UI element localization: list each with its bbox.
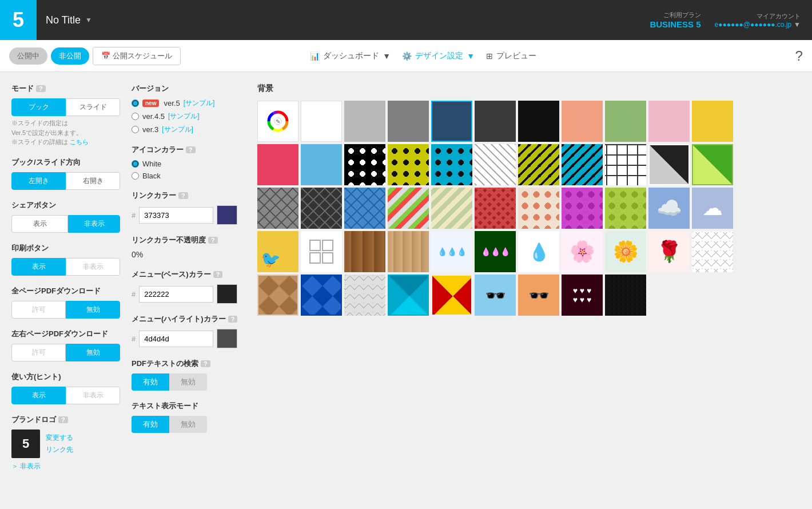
swatch-dark-gray2[interactable] [475, 101, 516, 142]
dashboard-button[interactable]: 📊 ダッシュボード ▼ [310, 51, 391, 61]
brand-hide-link[interactable]: ＞ 非表示 [11, 462, 41, 470]
swatch-diamond-blue[interactable] [344, 188, 385, 229]
ver45-radio[interactable] [132, 113, 139, 120]
swatch-cross-bw[interactable] [605, 144, 646, 185]
swatch-drop-pink[interactable]: 💧 [518, 231, 559, 272]
pdf-search-on-button[interactable]: 有効 [132, 373, 169, 391]
swatch-diamond-brown[interactable] [257, 275, 298, 316]
swatch-plaid-red[interactable] [475, 188, 516, 229]
swatch-circles-cyan[interactable] [431, 144, 472, 185]
swatch-pink[interactable] [648, 101, 690, 142]
ver5-option[interactable]: new ver.5 [サンプル] [132, 98, 246, 108]
black-option[interactable]: Black [132, 172, 246, 180]
swatch-wood-light[interactable] [388, 231, 429, 272]
swatch-diamond-dark[interactable] [301, 188, 342, 229]
swatch-drops-green[interactable]: 💧💧💧 [475, 231, 516, 272]
swatch-drops-blue[interactable]: 💧💧💧 [431, 231, 472, 272]
schedule-button[interactable]: 📅 公開スケジュール [93, 47, 181, 65]
pdf-lr-deny-button[interactable]: 無効 [66, 344, 120, 361]
pdf-search-help-badge[interactable]: ? [201, 360, 210, 367]
icon-color-help-badge[interactable]: ? [186, 146, 196, 153]
swatch-black-texture[interactable] [605, 275, 646, 316]
hint-hide-button[interactable]: 非表示 [66, 387, 120, 404]
share-show-button[interactable]: 表示 [11, 215, 68, 233]
text-mode-on-button[interactable]: 有効 [132, 416, 169, 433]
swatch-zigzag-gray[interactable] [475, 144, 516, 185]
help-button[interactable]: ? [795, 48, 803, 64]
left-open-button[interactable]: 左開き [11, 172, 66, 190]
menu-highlight-input[interactable]: 4d4d4d [139, 331, 213, 347]
swatch-sky-blue[interactable] [301, 144, 342, 185]
pdf-lr-allow-button[interactable]: 許可 [11, 344, 66, 361]
swatch-geometric-color[interactable] [431, 275, 472, 316]
swatch-wood-brown[interactable] [344, 231, 385, 272]
link-color-input[interactable]: 373373 [139, 207, 213, 224]
preview-button[interactable]: ⊞ プレビュー [486, 51, 536, 61]
swatch-color-picker[interactable]: ✎ [257, 101, 298, 142]
ver5-radio[interactable] [132, 100, 139, 107]
swatch-stripe-color[interactable] [388, 188, 429, 229]
swatch-triangle-bw[interactable] [648, 144, 690, 185]
pdf-allow-button[interactable]: 許可 [11, 301, 66, 319]
book-mode-button[interactable]: ブック [11, 98, 66, 116]
ver3-sample[interactable]: [サンプル] [162, 125, 193, 134]
share-hide-button[interactable]: 非表示 [68, 215, 120, 233]
swatch-flower-teal[interactable]: 🌼 [605, 231, 646, 272]
publish-button[interactable]: 公開中 [9, 47, 47, 65]
brand-help-badge[interactable]: ? [58, 416, 68, 423]
swatch-cloud-white[interactable]: ☁️ [648, 188, 690, 229]
brand-change-link[interactable]: 変更する [46, 433, 73, 443]
white-option[interactable]: White [132, 160, 246, 168]
ver5-sample[interactable]: [サンプル] [184, 98, 215, 108]
print-hide-button[interactable]: 非表示 [66, 258, 120, 276]
swatch-flower-pink[interactable]: 🌸 [562, 231, 603, 272]
swatch-red[interactable] [257, 144, 298, 185]
pdf-search-off-button[interactable]: 無効 [169, 373, 207, 391]
slide-mode-button[interactable]: スライド [66, 98, 120, 116]
swatch-cloud-white2[interactable]: ☁ [692, 188, 733, 229]
swatch-chevron-yellow[interactable] [518, 144, 559, 185]
pdf-deny-button[interactable]: 無効 [66, 301, 120, 319]
swatch-white[interactable] [301, 101, 342, 142]
swatch-triangle-green[interactable] [692, 144, 733, 185]
swatch-salmon[interactable] [562, 101, 603, 142]
ver3-option[interactable]: ver.3 [サンプル] [132, 125, 246, 134]
swatch-hearts-dark[interactable]: ♥ ♥ ♥♥ ♥ ♥ [562, 275, 603, 316]
mode-note-link[interactable]: こちら [70, 138, 89, 145]
swatch-web-pattern[interactable] [692, 231, 733, 272]
swatch-yellow[interactable] [692, 101, 733, 142]
unpublish-button[interactable]: 非公開 [51, 47, 89, 65]
right-open-button[interactable]: 右開き [66, 172, 120, 190]
swatch-mid-gray[interactable] [388, 101, 429, 142]
menu-base-help-badge[interactable]: ? [213, 271, 223, 278]
swatch-geometric-cyan[interactable] [388, 275, 429, 316]
swatch-dots-orange[interactable] [518, 188, 559, 229]
hint-show-button[interactable]: 表示 [11, 387, 66, 404]
swatch-bird-scene[interactable]: 🐦 [257, 231, 298, 272]
swatch-sunglasses-blue[interactable]: 🕶️ [475, 275, 516, 316]
white-radio[interactable] [132, 160, 139, 168]
black-radio[interactable] [132, 172, 139, 180]
account-info[interactable]: マイアカウント e●●●●●●@●●●●●●.co.jp ▼ [715, 12, 801, 29]
menu-base-input[interactable]: 222222 [139, 286, 213, 303]
swatch-light-gray[interactable] [344, 101, 385, 142]
link-opacity-help-badge[interactable]: ? [208, 237, 218, 244]
ver45-sample[interactable]: [サンプル] [168, 112, 200, 121]
print-show-button[interactable]: 表示 [11, 258, 66, 276]
mode-help-badge[interactable]: ? [36, 85, 46, 92]
swatch-black[interactable] [518, 101, 559, 142]
swatch-sage-green[interactable] [605, 101, 646, 142]
brand-link-target[interactable]: リンク先 [46, 445, 73, 455]
swatch-diagonal-gray[interactable] [344, 275, 385, 316]
text-mode-off-button[interactable]: 無効 [169, 416, 207, 433]
link-color-help-badge[interactable]: ? [178, 192, 188, 199]
menu-highlight-swatch[interactable] [217, 329, 237, 348]
swatch-chevron-blue[interactable] [562, 144, 603, 185]
swatch-dark-blue[interactable] [431, 101, 472, 142]
design-button[interactable]: ⚙️ デザイン設定 ▼ [402, 51, 475, 61]
swatch-dots-green[interactable] [605, 188, 646, 229]
ver3-radio[interactable] [132, 126, 139, 133]
link-color-swatch[interactable] [217, 205, 237, 225]
swatch-dots-purple[interactable] [562, 188, 603, 229]
ver45-option[interactable]: ver.4.5 [サンプル] [132, 112, 246, 121]
